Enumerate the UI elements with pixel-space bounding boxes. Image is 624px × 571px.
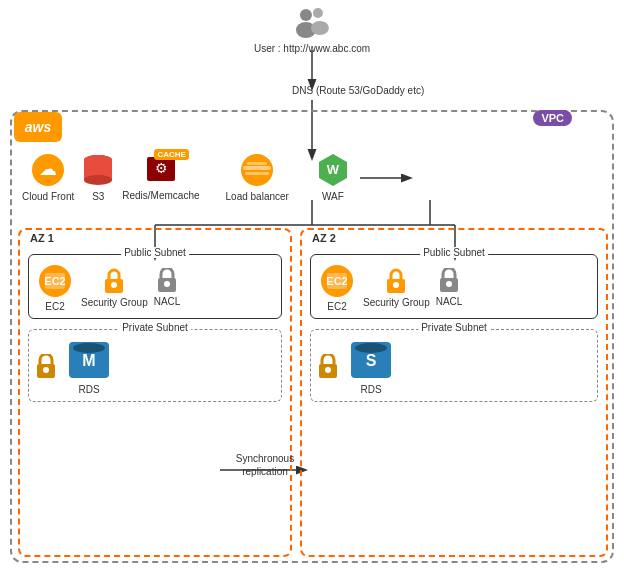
- az1-ec2-label: EC2: [45, 301, 64, 312]
- az2-rds-label: RDS: [360, 384, 381, 395]
- users-icon: [290, 5, 334, 41]
- rds-icon-az1: M: [65, 338, 113, 382]
- svg-point-13: [311, 21, 329, 35]
- redis-service: ⚙ CACHE Redis/Memcache: [122, 153, 199, 201]
- az1-ec2: EC2 EC2: [35, 263, 75, 312]
- private-lock-icon-az2: [317, 354, 339, 380]
- svg-point-48: [325, 367, 331, 373]
- waf-service: W WAF: [317, 152, 349, 202]
- lock-icon: [102, 267, 126, 295]
- user-section: User : http://www.abc.com: [254, 5, 370, 54]
- az1-public-subnet-content: EC2 EC2 Security Group: [35, 263, 275, 312]
- cache-badge: CACHE: [154, 149, 188, 160]
- az2-public-subnet: Public Subnet EC2 EC2: [310, 254, 598, 319]
- az1-rds: M RDS: [65, 338, 113, 395]
- az1-nacl: NACL: [154, 268, 181, 307]
- az1-security-group: Security Group: [81, 267, 148, 308]
- loadbalancer-service: Load balancer: [226, 152, 289, 202]
- svg-text:S: S: [366, 352, 377, 369]
- cloudfront-service: ☁ Cloud Front: [22, 152, 74, 202]
- ec2-icon: EC2: [35, 263, 75, 299]
- az2-ec2: EC2 EC2: [317, 263, 357, 312]
- svg-point-46: [446, 281, 452, 287]
- az1-private-subnet-label: Private Subnet: [119, 322, 191, 333]
- user-label: User : http://www.abc.com: [254, 43, 370, 54]
- svg-point-12: [313, 8, 323, 18]
- az2-public-subnet-label: Public Subnet: [420, 247, 488, 258]
- diagram-container: User : http://www.abc.com DNS (Route 53/…: [0, 0, 624, 571]
- replication-label: Synchronousreplication: [228, 452, 302, 478]
- svg-point-32: [111, 282, 117, 288]
- nacl-icon-az2: [438, 268, 460, 294]
- svg-rect-23: [243, 166, 271, 170]
- svg-point-19: [84, 155, 112, 165]
- az2-nacl-label: NACL: [436, 296, 463, 307]
- dns-label: DNS (Route 53/GoDaddy etc): [292, 85, 424, 96]
- svg-rect-25: [247, 162, 267, 165]
- lock-icon-az2: [384, 267, 408, 295]
- az2-ec2-label: EC2: [327, 301, 346, 312]
- az1-nacl-label: NACL: [154, 296, 181, 307]
- az2-nacl: NACL: [436, 268, 463, 307]
- svg-text:EC2: EC2: [326, 275, 347, 287]
- vpc-badge: VPC: [533, 110, 572, 126]
- svg-text:☁: ☁: [39, 159, 57, 179]
- aws-badge: aws: [14, 112, 62, 142]
- private-lock-icon-az1: [35, 354, 57, 380]
- az2-box: AZ 2 Public Subnet EC2 EC2: [300, 228, 608, 557]
- az1-public-subnet: Public Subnet EC2 EC2: [28, 254, 282, 319]
- az2-private-subnet-content: S RDS: [317, 338, 591, 395]
- rds-icon-az2: S: [347, 338, 395, 382]
- waf-icon: W: [317, 152, 349, 188]
- svg-text:M: M: [82, 352, 95, 369]
- az2-label: AZ 2: [312, 232, 336, 244]
- az2-rds: S RDS: [347, 338, 395, 395]
- nacl-icon: [156, 268, 178, 294]
- s3-icon: [82, 152, 114, 188]
- svg-point-10: [300, 9, 312, 21]
- az2-security-group: Security Group: [363, 267, 430, 308]
- svg-point-44: [393, 282, 399, 288]
- svg-rect-24: [245, 172, 269, 175]
- svg-text:⚙: ⚙: [154, 160, 167, 176]
- svg-point-18: [84, 175, 112, 185]
- az1-rds-label: RDS: [78, 384, 99, 395]
- az1-sg-label: Security Group: [81, 297, 148, 308]
- svg-point-34: [164, 281, 170, 287]
- top-services-row: ☁ Cloud Front S3 ⚙ CACHE Redis/Mem: [22, 152, 349, 202]
- elb-icon: [237, 152, 277, 188]
- svg-point-36: [43, 367, 49, 373]
- cloudfront-icon: ☁: [30, 152, 66, 188]
- az1-private-subnet: Private Subnet M RDS: [28, 329, 282, 402]
- az2-private-subnet: Private Subnet S RDS: [310, 329, 598, 402]
- az1-label: AZ 1: [30, 232, 54, 244]
- az2-sg-label: Security Group: [363, 297, 430, 308]
- s3-service: S3: [82, 152, 114, 202]
- az1-private-subnet-content: M RDS: [35, 338, 275, 395]
- ec2-icon-az2: EC2: [317, 263, 357, 299]
- svg-text:EC2: EC2: [44, 275, 65, 287]
- az2-public-subnet-content: EC2 EC2 Security Group: [317, 263, 591, 312]
- svg-text:W: W: [327, 162, 340, 177]
- az1-box: AZ 1 Public Subnet EC2 EC2: [18, 228, 292, 557]
- az2-private-subnet-label: Private Subnet: [418, 322, 490, 333]
- az1-public-subnet-label: Public Subnet: [121, 247, 189, 258]
